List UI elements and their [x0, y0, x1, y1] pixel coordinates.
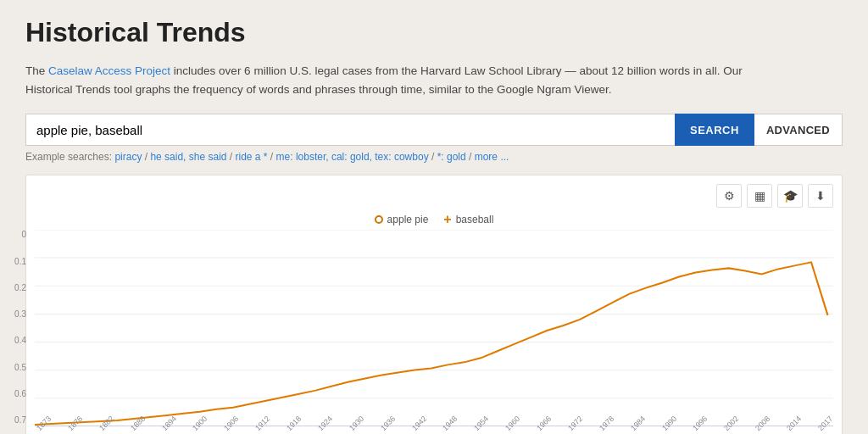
intro-text: The Caselaw Access Project includes over…: [25, 62, 788, 98]
caselaw-link[interactable]: Caselaw Access Project: [48, 64, 170, 77]
page-title: Historical Trends: [25, 17, 843, 48]
example-gold[interactable]: *: gold: [437, 151, 466, 163]
example-ride[interactable]: ride a *: [236, 151, 268, 163]
search-button[interactable]: SEARCH: [675, 114, 754, 146]
legend-baseball-label: baseball: [456, 214, 494, 225]
y-axis: 0.7 0.6 0.5 0.4 0.3 0.2 0.1 0: [1, 230, 31, 425]
table-button[interactable]: ▦: [747, 184, 772, 208]
chart-svg: [35, 230, 833, 426]
chart-toolbar: ⚙ ▦ 🎓 ⬇: [35, 184, 833, 208]
search-row: SEARCH ADVANCED: [25, 114, 843, 146]
advanced-button[interactable]: ADVANCED: [754, 114, 843, 146]
chart-container: ⚙ ▦ 🎓 ⬇ apple pie + baseball 0.7 0.6 0.5…: [25, 175, 843, 434]
cap-button[interactable]: 🎓: [777, 184, 803, 208]
baseball-plus-icon: +: [443, 213, 451, 226]
chart-legend: apple pie + baseball: [35, 213, 833, 226]
x-axis: 1873 1876 1882 1888 1894 1900 1906 1912 …: [35, 426, 833, 434]
chart-wrapper: 0.7 0.6 0.5 0.4 0.3 0.2 0.1 0 1873 1876: [35, 230, 833, 434]
legend-apple-pie: apple pie: [375, 213, 429, 226]
settings-button[interactable]: ⚙: [716, 184, 742, 208]
search-input[interactable]: [25, 114, 675, 146]
apple-pie-circle-icon: [375, 215, 383, 224]
download-button[interactable]: ⬇: [808, 184, 833, 208]
example-me-lobster[interactable]: me: lobster, cal: gold, tex: cowboy: [276, 151, 429, 163]
example-more[interactable]: more ...: [475, 151, 509, 163]
legend-baseball: + baseball: [443, 213, 493, 226]
example-searches: Example searches: piracy / he said, she …: [25, 151, 843, 163]
legend-apple-pie-label: apple pie: [387, 214, 429, 225]
intro-prefix: The: [25, 64, 48, 77]
example-he-said[interactable]: he said, she said: [150, 151, 226, 163]
example-piracy[interactable]: piracy: [114, 151, 142, 163]
